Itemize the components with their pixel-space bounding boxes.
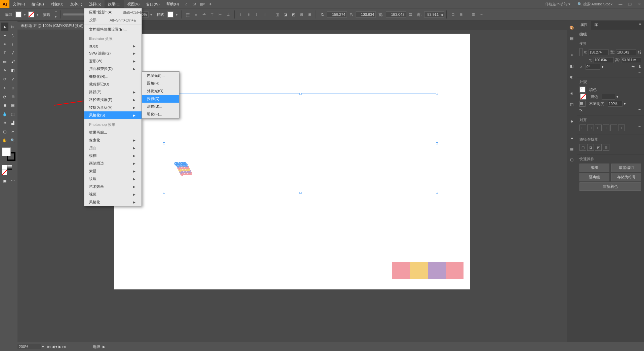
- color-panel-icon[interactable]: 🎨: [568, 24, 576, 32]
- pf2-icon[interactable]: ◪: [282, 11, 289, 18]
- x-value[interactable]: 158.274: [327, 11, 347, 17]
- fx-label[interactable]: fx.: [579, 108, 583, 112]
- assets-panel-icon[interactable]: ▦: [568, 145, 576, 153]
- dd-warp[interactable]: 变形(W)▶: [84, 57, 142, 65]
- dd-pixelate[interactable]: 像素化▶: [84, 136, 142, 144]
- pen-tool[interactable]: ✒: [1, 40, 8, 48]
- color-palette[interactable]: [392, 262, 464, 279]
- shape-builder-tool[interactable]: ◔: [1, 93, 8, 101]
- fill-dd[interactable]: ▾: [22, 12, 28, 17]
- screen-mode-tool[interactable]: ▣: [1, 177, 8, 185]
- nav-next-icon[interactable]: ▶: [58, 345, 61, 349]
- opacity-icon[interactable]: ▦: [579, 101, 586, 107]
- menu-help[interactable]: 帮助(H): [163, 0, 182, 8]
- dd-stylize-ps[interactable]: 风格化▶: [84, 198, 142, 206]
- dist4-icon[interactable]: ⋮: [261, 11, 269, 18]
- align-right-icon[interactable]: ⬲: [200, 11, 208, 18]
- pf3-icon[interactable]: ◩: [290, 11, 297, 18]
- color-control[interactable]: [2, 147, 15, 161]
- dd-gallery[interactable]: 效果画廊...: [84, 129, 142, 136]
- align-bottom-icon[interactable]: ⊥: [225, 11, 232, 18]
- stroke-weight[interactable]: [602, 94, 615, 100]
- menu-window[interactable]: 窗口(W): [143, 0, 163, 8]
- arrange-icon[interactable]: ▦▾: [198, 2, 206, 6]
- minimize-icon[interactable]: —: [616, 2, 625, 6]
- h-value[interactable]: 53.911 m: [424, 11, 444, 17]
- dd-convert-shape[interactable]: 转换为形状(V)▶: [84, 104, 142, 111]
- transform-h[interactable]: [621, 57, 641, 63]
- document-tab[interactable]: 未标题-1* @ 100% (CMYK/GPU 预览) ×: [17, 22, 92, 30]
- transform-w[interactable]: [616, 49, 636, 55]
- stroke-swatch[interactable]: [28, 11, 34, 17]
- tab-properties[interactable]: 属性: [577, 21, 591, 30]
- dd-sketch[interactable]: 素描▶: [84, 167, 142, 175]
- more-fx-icon[interactable]: ⋯: [638, 108, 641, 112]
- stroke-weight-dd[interactable]: ⌃ ▾: [53, 10, 58, 19]
- link-wh-icon[interactable]: ⛓: [638, 50, 641, 54]
- appearance-panel-icon[interactable]: ☀: [568, 90, 576, 98]
- ref-point-icon[interactable]: [579, 48, 582, 56]
- shaper-tool[interactable]: ✎: [1, 66, 8, 74]
- menu-edit[interactable]: 编辑(E): [28, 0, 47, 8]
- fill-swatch[interactable]: [15, 11, 22, 17]
- dd-artistic[interactable]: 艺术效果▶: [84, 183, 142, 190]
- dd-video[interactable]: 视频▶: [84, 190, 142, 198]
- align-hc[interactable]: ⊣: [587, 125, 594, 131]
- layers-panel-icon[interactable]: ≣: [568, 134, 576, 142]
- menu-view[interactable]: 视图(V): [124, 0, 143, 8]
- pf-intersect[interactable]: ◩: [595, 144, 602, 151]
- sub-inner-glow[interactable]: 内发光(I)...: [142, 72, 179, 79]
- eyedropper-tool[interactable]: 💧: [1, 110, 8, 118]
- dd-3d[interactable]: 3D(3)▶: [84, 43, 142, 49]
- symbols-panel-icon[interactable]: ♣: [568, 117, 576, 125]
- dd-blur[interactable]: 模糊▶: [84, 152, 142, 160]
- pf1-icon[interactable]: ◫: [274, 11, 281, 18]
- brush-tool[interactable]: 🖌: [9, 58, 16, 66]
- dd-distort-ps[interactable]: 扭曲▶: [84, 144, 142, 152]
- gradient-tool[interactable]: ▤: [9, 101, 16, 109]
- edit-toolbar[interactable]: ⋯: [9, 177, 16, 185]
- sub-feather[interactable]: 羽化(F)...: [142, 110, 179, 118]
- dd-stylize[interactable]: 风格化(S)▶: [84, 111, 142, 119]
- hand-tool[interactable]: ✋: [1, 136, 8, 144]
- zoom-tool[interactable]: 🔍: [9, 136, 16, 144]
- pf-more-icon[interactable]: ⋯: [638, 144, 641, 151]
- fill-color-swatch[interactable]: ?: [579, 86, 586, 93]
- artboards-panel-icon[interactable]: ▢: [568, 155, 576, 164]
- nav-first-icon[interactable]: ⏮: [47, 345, 51, 349]
- transform-icon[interactable]: ⊞: [306, 11, 313, 18]
- menu-object[interactable]: 对象(O): [47, 0, 67, 8]
- slice-tool[interactable]: ✂: [9, 128, 16, 136]
- transform-y[interactable]: [594, 57, 614, 63]
- sub-round-corners[interactable]: 圆角(R)...: [142, 79, 179, 87]
- transparency-panel-icon[interactable]: ◐: [568, 73, 576, 81]
- dd-texture[interactable]: 纹理▶: [84, 175, 142, 183]
- gpu-icon[interactable]: ✈: [206, 2, 214, 6]
- panel-menu-icon[interactable]: ≡: [637, 21, 644, 30]
- menu-type[interactable]: 文字(T): [67, 0, 86, 8]
- align-vcenter-icon[interactable]: ⊢: [216, 11, 224, 18]
- line-tool[interactable]: ╱: [9, 49, 16, 57]
- menu-file[interactable]: 文件(F): [9, 0, 28, 8]
- ungroup-button[interactable]: 取消编组: [611, 164, 641, 172]
- transform-rotate[interactable]: [586, 64, 600, 70]
- sub-outer-glow[interactable]: 外发光(O)...: [142, 87, 179, 95]
- artboard-tool[interactable]: ▢: [1, 128, 8, 136]
- free-transform-tool[interactable]: ⊕: [9, 84, 16, 92]
- rotate-tool[interactable]: ⟳: [1, 75, 8, 83]
- more-icon[interactable]: ⋯: [478, 11, 485, 18]
- dd-cropmarks[interactable]: 裁剪标记(O): [84, 80, 142, 88]
- pf4-icon[interactable]: ⊟: [298, 11, 305, 18]
- tab-libraries[interactable]: 库: [591, 21, 601, 30]
- symbol-spray-tool[interactable]: ✲: [1, 119, 8, 127]
- align-r[interactable]: ⊢: [595, 125, 602, 131]
- stroke-panel-icon[interactable]: ≡: [568, 51, 576, 59]
- close-icon[interactable]: ✕: [635, 2, 644, 6]
- align-l[interactable]: ⊢: [579, 125, 586, 131]
- menu-effect[interactable]: 效果(C): [105, 0, 124, 8]
- graph-tool[interactable]: ▟: [9, 119, 16, 127]
- rectangle-tool[interactable]: ▭: [1, 58, 8, 66]
- edit-icon[interactable]: ⊞: [457, 11, 465, 18]
- pf-exclude[interactable]: ⊟: [603, 144, 609, 151]
- w-value[interactable]: 183.042: [386, 11, 406, 17]
